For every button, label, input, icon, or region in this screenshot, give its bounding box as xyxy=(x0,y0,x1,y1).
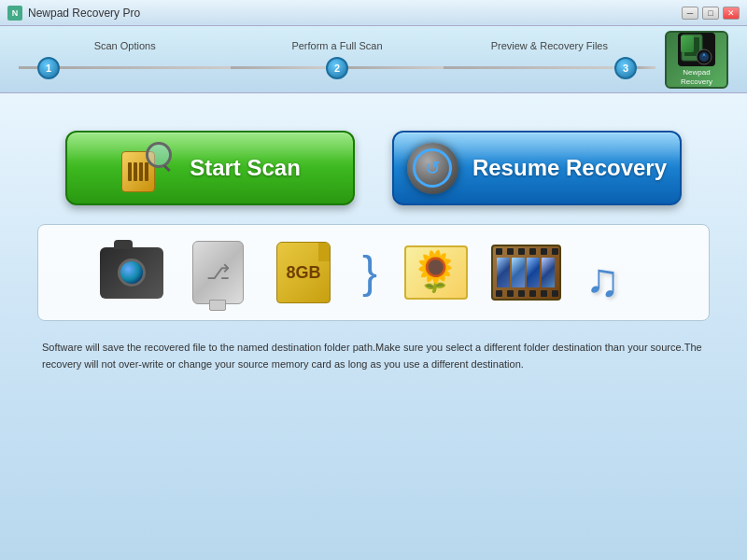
film-shape xyxy=(491,245,561,301)
step-1-label: Scan Options xyxy=(94,40,156,51)
steps-container: Scan Options 1 Perform a Full Scan 2 Pre… xyxy=(19,40,655,79)
film-frame xyxy=(527,258,540,287)
step-line-after-3 xyxy=(637,66,655,69)
window-controls: ─ □ ✕ xyxy=(682,7,740,20)
music-icon: ♫ xyxy=(582,239,649,306)
icons-bar: ⎇ 8GB } 🌻 xyxy=(37,224,710,321)
app-icon-box: NewpadRecovery xyxy=(665,31,728,89)
resume-recovery-button[interactable]: ↺ Resume Recovery xyxy=(392,131,682,205)
maximize-button[interactable]: □ xyxy=(702,7,719,20)
step-3-label: Preview & Recovery Files xyxy=(491,40,608,51)
film-holes-bottom xyxy=(493,290,559,297)
buttons-row: Start Scan ↺ Resume Recovery xyxy=(37,131,710,205)
step-line-before-1 xyxy=(19,66,37,69)
start-scan-button[interactable]: Start Scan xyxy=(65,131,355,205)
film-hole xyxy=(518,290,525,297)
resume-recovery-label: Resume Recovery xyxy=(472,155,667,181)
app-title: Newpad Recovery Pro xyxy=(28,7,682,20)
info-text: Software will save the recovered file to… xyxy=(37,340,710,372)
camera-icon xyxy=(98,239,165,306)
step-line-before-3 xyxy=(444,66,614,69)
film-hole xyxy=(518,248,525,255)
music-shape: ♫ xyxy=(585,243,646,303)
film-icon xyxy=(488,239,563,306)
bracket-symbol: } xyxy=(362,250,377,295)
app-icon-small: N xyxy=(7,6,22,21)
time-machine-arrow: ↺ xyxy=(425,157,441,179)
camera-shape xyxy=(100,247,163,299)
main-content: Start Scan ↺ Resume Recovery ⎇ xyxy=(0,93,747,560)
film-hole xyxy=(541,290,547,297)
step-line-before-2 xyxy=(231,66,326,69)
minimize-button[interactable]: ─ xyxy=(682,7,698,20)
film-hole xyxy=(529,290,536,297)
film-frame xyxy=(512,258,525,287)
usb-symbol: ⎇ xyxy=(206,260,230,285)
camera-lens xyxy=(118,259,146,287)
sd-label: 8GB xyxy=(286,263,320,283)
film-frame xyxy=(497,258,510,287)
film-holes-top xyxy=(493,248,559,255)
title-bar: N Newpad Recovery Pro ─ □ ✕ xyxy=(0,0,747,26)
step-3-circle: 3 xyxy=(614,57,637,79)
photo-shape: 🌻 xyxy=(404,245,468,300)
time-machine-ring: ↺ xyxy=(413,148,452,188)
film-frame xyxy=(542,258,555,287)
step-1-section: Scan Options 1 xyxy=(19,40,231,79)
step-2-circle: 2 xyxy=(326,57,348,79)
step-1-row: 1 xyxy=(19,57,231,79)
step-2-label: Perform a Full Scan xyxy=(291,40,382,51)
step-2-section: Perform a Full Scan 2 xyxy=(231,40,443,79)
usb-drive-icon: ⎇ xyxy=(184,239,251,306)
film-hole xyxy=(552,248,558,255)
start-scan-label: Start Scan xyxy=(190,155,301,181)
time-machine-icon: ↺ xyxy=(407,143,458,194)
step-3-section: Preview & Recovery Files 3 xyxy=(444,40,655,79)
film-hole xyxy=(507,248,514,255)
close-button[interactable]: ✕ xyxy=(723,7,740,20)
film-hole xyxy=(496,290,502,297)
step-3-row: 3 xyxy=(444,57,655,79)
sd-card-icon: 8GB xyxy=(270,239,337,306)
photos-icon: 🌻 xyxy=(402,239,470,306)
scan-icon xyxy=(120,140,176,196)
flower-emoji: 🌻 xyxy=(411,252,459,291)
film-hole xyxy=(541,248,547,255)
film-hole xyxy=(507,290,514,297)
film-hole xyxy=(496,248,502,255)
app-icon-image xyxy=(678,33,715,67)
app-icon-label: NewpadRecovery xyxy=(681,68,712,86)
step-line-after-2 xyxy=(348,66,444,69)
film-hole xyxy=(529,248,536,255)
film-hole xyxy=(552,290,558,297)
step-1-circle: 1 xyxy=(37,57,60,79)
bracket-divider: } xyxy=(356,239,384,306)
step-bar: Scan Options 1 Perform a Full Scan 2 Pre… xyxy=(0,26,747,93)
usb-shape: ⎇ xyxy=(192,241,244,304)
step-line-after-1 xyxy=(60,66,231,69)
music-note: ♫ xyxy=(585,257,621,303)
step-2-row: 2 xyxy=(231,57,443,79)
sd-shape: 8GB xyxy=(276,242,331,303)
